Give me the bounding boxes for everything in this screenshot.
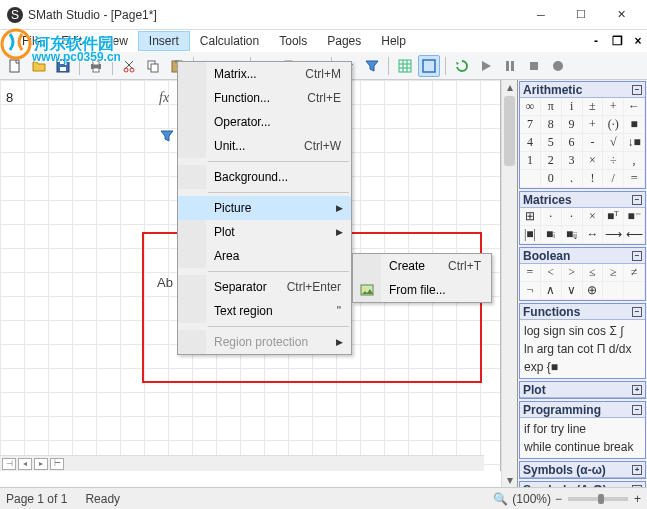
play-icon[interactable] [475, 55, 497, 77]
palette-cell[interactable]: / [603, 170, 624, 188]
menu-pages[interactable]: Pages [317, 32, 371, 50]
collapse-icon[interactable]: − [632, 85, 642, 95]
cut-icon[interactable] [118, 55, 140, 77]
expand-icon[interactable]: + [632, 465, 642, 475]
menu-tools[interactable]: Tools [269, 32, 317, 50]
palette-cell[interactable]: ↓■ [624, 134, 645, 152]
palette-cell[interactable]: ■ [624, 116, 645, 134]
palette-cell[interactable]: 4 [520, 134, 541, 152]
record-icon[interactable] [547, 55, 569, 77]
mdi-restore-button[interactable]: ❐ [608, 32, 626, 50]
palette-cell[interactable]: ⟵ [624, 226, 645, 244]
palette-cell[interactable]: > [562, 264, 583, 282]
menu-item-picture[interactable]: Picture▶ [178, 196, 351, 220]
palette-cell[interactable]: ÷ [603, 152, 624, 170]
palette-cell[interactable]: ↔ [583, 226, 604, 244]
menu-item-matrix-[interactable]: Matrix...Ctrl+M [178, 62, 351, 86]
print-icon[interactable] [85, 55, 107, 77]
refresh-icon[interactable] [451, 55, 473, 77]
palette-cell[interactable]: + [603, 98, 624, 116]
palette-cell[interactable]: ≥ [603, 264, 624, 282]
menu-item-function-[interactable]: Function...Ctrl+E [178, 86, 351, 110]
menu-item-background-[interactable]: Background... [178, 165, 351, 189]
palette-cell[interactable]: √ [603, 134, 624, 152]
menu-help[interactable]: Help [371, 32, 416, 50]
palette-cell[interactable]: 7 [520, 116, 541, 134]
menu-item-text-region[interactable]: Text region" [178, 299, 351, 323]
palette-cell[interactable]: 2 [541, 152, 562, 170]
stop-icon[interactable] [523, 55, 545, 77]
palette-cell[interactable]: × [583, 208, 604, 226]
grid-icon[interactable] [394, 55, 416, 77]
palette-cell[interactable] [624, 282, 645, 300]
horizontal-scrollbar[interactable]: ⊣◂▸⊢ [0, 455, 484, 471]
palette-row[interactable]: if for try line [524, 420, 641, 438]
palette-cell[interactable]: ⊕ [583, 282, 604, 300]
palette-cell[interactable]: · [562, 208, 583, 226]
zoom-minus-button[interactable]: − [555, 492, 562, 506]
palette-cell[interactable]: ⊞ [520, 208, 541, 226]
collapse-icon[interactable]: − [632, 405, 642, 415]
palette-cell[interactable]: . [562, 170, 583, 188]
palette-cell[interactable]: ≠ [624, 264, 645, 282]
palette-cell[interactable]: ■ᵢⱼ [562, 226, 583, 244]
zoom-slider[interactable] [568, 497, 628, 501]
palette-row[interactable]: while continue break [524, 438, 641, 456]
pause-icon[interactable] [499, 55, 521, 77]
menu-item-plot[interactable]: Plot▶ [178, 220, 351, 244]
menu-file[interactable]: File [12, 32, 51, 50]
palette-cell[interactable] [603, 282, 624, 300]
open-icon[interactable] [28, 55, 50, 77]
palette-cell[interactable] [520, 170, 541, 188]
sheet-nav-buttons[interactable]: ⊣◂▸⊢ [0, 458, 64, 470]
palette-cell[interactable]: < [541, 264, 562, 282]
collapse-icon[interactable]: − [632, 307, 642, 317]
palette-cell[interactable]: 0 [541, 170, 562, 188]
palette-cell[interactable]: ∧ [541, 282, 562, 300]
palette-cell[interactable]: ⟶ [603, 226, 624, 244]
maximize-button[interactable]: ☐ [561, 1, 601, 29]
palette-cell[interactable]: 9 [562, 116, 583, 134]
palette-cell[interactable]: ∞ [520, 98, 541, 116]
palette-cell[interactable]: ← [624, 98, 645, 116]
menu-item-separator[interactable]: SeparatorCtrl+Enter [178, 275, 351, 299]
mdi-minimize-button[interactable]: - [587, 32, 605, 50]
palette-cell[interactable]: ∨ [562, 282, 583, 300]
palette-row[interactable]: exp {■ [524, 358, 641, 376]
palette-cell[interactable]: ≤ [583, 264, 604, 282]
mdi-close-button[interactable]: × [629, 32, 647, 50]
copy-icon[interactable] [142, 55, 164, 77]
palette-cell[interactable]: + [583, 116, 604, 134]
new-doc-icon[interactable] [4, 55, 26, 77]
palette-cell[interactable]: ! [583, 170, 604, 188]
palette-cell[interactable]: 3 [562, 152, 583, 170]
palette-cell[interactable]: |■| [520, 226, 541, 244]
palette-cell[interactable]: ■⁻ [624, 208, 645, 226]
submenu-item-create[interactable]: CreateCtrl+T [353, 254, 491, 278]
palette-row[interactable]: log sign sin cos Σ ∫ [524, 322, 641, 340]
palette-cell[interactable]: ■ᵢ [541, 226, 562, 244]
palette-cell[interactable]: = [520, 264, 541, 282]
menu-item-operator-[interactable]: Operator... [178, 110, 351, 134]
palette-cell[interactable]: ■ᵀ [603, 208, 624, 226]
zoom-plus-button[interactable]: + [634, 492, 641, 506]
palette-cell[interactable]: 8 [541, 116, 562, 134]
vertical-scrollbar[interactable]: ▴ ▾ [501, 80, 517, 487]
collapse-icon[interactable]: − [632, 251, 642, 261]
palette-cell[interactable]: 5 [541, 134, 562, 152]
expand-icon[interactable]: + [632, 385, 642, 395]
palette-cell[interactable]: 6 [562, 134, 583, 152]
menu-insert[interactable]: Insert [138, 31, 190, 51]
menu-item-area[interactable]: Area [178, 244, 351, 268]
palette-cell[interactable]: - [583, 134, 604, 152]
palette-cell[interactable]: π [541, 98, 562, 116]
menu-edit[interactable]: Edit [51, 32, 92, 50]
palette-row[interactable]: ln arg tan cot Π d/dx [524, 340, 641, 358]
minimize-button[interactable]: ─ [521, 1, 561, 29]
palette-cell[interactable]: i [562, 98, 583, 116]
scrollbar-thumb[interactable] [504, 96, 515, 166]
menu-item-unit-[interactable]: Unit...Ctrl+W [178, 134, 351, 158]
palette-cell[interactable]: = [624, 170, 645, 188]
palette-cell[interactable]: × [583, 152, 604, 170]
box-icon[interactable] [418, 55, 440, 77]
